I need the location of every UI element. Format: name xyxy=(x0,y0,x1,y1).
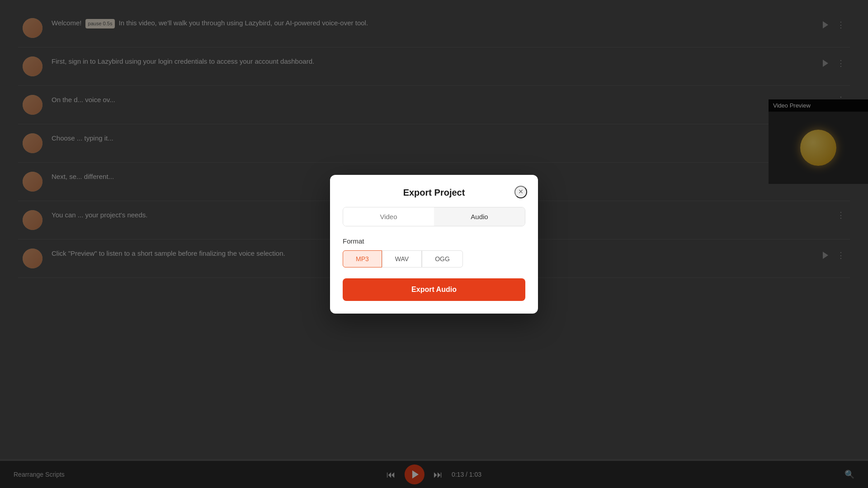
tab-audio[interactable]: Audio xyxy=(434,207,525,226)
tab-video[interactable]: Video xyxy=(343,207,434,226)
modal-body: Video Audio Format MP3 WAV OGG xyxy=(330,207,538,314)
modal-header: Export Project × xyxy=(330,175,538,207)
format-ogg-button[interactable]: OGG xyxy=(422,250,463,267)
format-wav-button[interactable]: WAV xyxy=(382,250,422,267)
modal-title: Export Project xyxy=(403,188,465,197)
export-modal: Export Project × Video Audio Format MP3 xyxy=(330,175,538,314)
tab-switcher: Video Audio xyxy=(343,207,525,226)
modal-close-button[interactable]: × xyxy=(514,186,527,198)
export-audio-button[interactable]: Export Audio xyxy=(343,278,525,301)
format-mp3-button[interactable]: MP3 xyxy=(343,250,382,267)
format-label: Format xyxy=(343,237,525,245)
format-options: MP3 WAV OGG xyxy=(343,250,525,267)
modal-overlay: Export Project × Video Audio Format MP3 xyxy=(0,0,868,488)
